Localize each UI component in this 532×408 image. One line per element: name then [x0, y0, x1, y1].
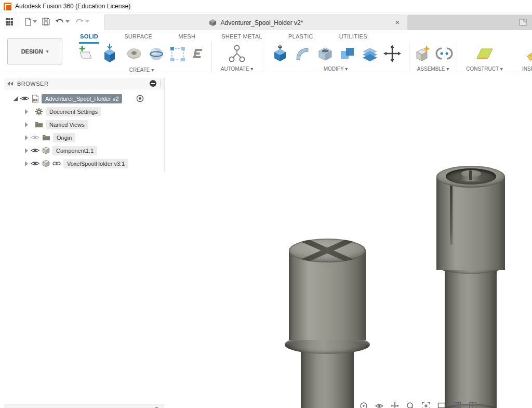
orbit-icon[interactable] — [360, 402, 368, 408]
browser-header: BROWSER — [4, 78, 164, 89]
display-settings-icon[interactable] — [437, 402, 446, 408]
shell-icon[interactable] — [316, 44, 335, 63]
group-modify: MODIFY ▾ — [262, 42, 409, 73]
activate-component-radio[interactable] — [136, 95, 144, 102]
combine-icon[interactable] — [338, 44, 357, 63]
gear-icon — [35, 108, 43, 116]
automate-icon[interactable] — [227, 43, 247, 64]
panel-resize-handle[interactable] — [164, 78, 165, 172]
minimize-panel-icon[interactable] — [150, 80, 156, 87]
fusion360-app-icon — [4, 3, 11, 10]
tree-row-voxelspoolholder[interactable]: VoxelSpoolHolder v3:1 — [4, 157, 164, 170]
expand-toggle-icon[interactable] — [14, 97, 18, 101]
collapse-panel-icon[interactable] — [7, 82, 13, 86]
link-icon — [52, 161, 61, 166]
construct-plane-icon[interactable] — [474, 44, 495, 63]
voxelspoolholder-label[interactable]: VoxelSpoolHolder v3:1 — [63, 159, 128, 168]
create-sketch-icon[interactable] — [76, 45, 95, 63]
expand-toggle-icon[interactable] — [25, 148, 28, 153]
redo-caret-icon — [85, 20, 89, 23]
expand-toggle-icon[interactable] — [25, 109, 28, 114]
automate-dropdown[interactable]: AUTOMATE ▾ — [212, 64, 262, 73]
tree-row-named-views[interactable]: Named Views — [4, 118, 164, 131]
ribbon: SOLID SURFACE MESH SHEET METAL PLASTIC U… — [0, 30, 532, 73]
quick-access-toolbar — [2, 13, 92, 30]
modify-dropdown[interactable]: MODIFY ▾ — [262, 64, 409, 73]
spool-holder-part-left[interactable] — [285, 239, 373, 408]
title-bar: Autodesk Fusion 360 (Education License) — [0, 0, 532, 13]
expand-toggle-icon[interactable] — [25, 161, 28, 166]
move-copy-icon[interactable] — [383, 44, 402, 63]
group-assemble: ASSEMBLE ▾ — [409, 42, 457, 73]
document-settings-label[interactable]: Document Settings — [46, 107, 101, 116]
press-pull-icon[interactable] — [270, 44, 290, 63]
design-workspace-menu[interactable]: DESIGN ▾ — [7, 38, 62, 64]
viewports-icon[interactable] — [469, 402, 477, 408]
tree-row-component1[interactable]: Component1:1 — [4, 144, 164, 157]
visibility-eye-icon[interactable] — [31, 161, 39, 166]
create-dropdown[interactable]: CREATE ▾ — [72, 65, 211, 74]
tree-row-root[interactable]: Adventurer_Spool_Holder v2 — [4, 92, 164, 105]
pan-icon[interactable] — [391, 402, 399, 408]
pattern-icon[interactable] — [169, 46, 186, 62]
emboss-icon[interactable] — [190, 45, 207, 63]
document-cube-icon — [209, 19, 217, 27]
tree-row-document-settings[interactable]: Document Settings — [4, 105, 164, 118]
data-panel-icon[interactable] — [518, 18, 528, 27]
window-title: Autodesk Fusion 360 (Education License) — [15, 3, 130, 10]
app-grid-icon[interactable] — [5, 18, 14, 26]
revolve-icon[interactable] — [125, 45, 143, 63]
spool-holder-part-right[interactable] — [434, 166, 507, 408]
fit-icon[interactable] — [422, 402, 430, 408]
ribbon-groups: CREATE ▾ AUTOMATE ▾ — [72, 42, 532, 73]
grid-settings-icon[interactable] — [453, 402, 461, 408]
expand-toggle-icon[interactable] — [25, 135, 28, 140]
component1-label[interactable]: Component1:1 — [52, 146, 97, 155]
construct-label: CONSTRUCT — [466, 66, 499, 72]
tab-strip-filler — [408, 15, 532, 30]
root-document-label[interactable]: Adventurer_Spool_Holder v2 — [42, 94, 122, 103]
automate-caret-icon: ▾ — [250, 66, 253, 72]
inspect-dropdown[interactable]: INSPECT ▾ — [512, 64, 532, 73]
assemble-dropdown[interactable]: ASSEMBLE ▾ — [409, 64, 457, 73]
new-component-icon[interactable] — [413, 44, 431, 63]
construct-dropdown[interactable]: CONSTRUCT ▾ — [457, 64, 512, 73]
named-views-label[interactable]: Named Views — [46, 120, 88, 129]
zoom-icon[interactable] — [406, 402, 415, 408]
folder-icon — [35, 121, 43, 128]
left-part-upper-cylinder — [289, 251, 366, 340]
browser-tree: Adventurer_Spool_Holder v2 Document Sett… — [4, 89, 164, 170]
header-divider — [161, 80, 161, 87]
design-menu-label: DESIGN — [21, 48, 43, 55]
toolbar-separator — [19, 17, 19, 27]
visibility-eye-icon[interactable] — [20, 96, 29, 101]
component-icon — [42, 147, 50, 154]
file-menu-button[interactable] — [24, 18, 37, 26]
sphere-tool-icon[interactable] — [147, 45, 166, 63]
right-part-lower-cylinder — [445, 266, 497, 408]
measure-icon[interactable] — [525, 44, 532, 63]
right-part-upper-cylinder — [436, 177, 505, 270]
tree-row-origin[interactable]: Origin — [4, 131, 164, 144]
visibility-eye-off-icon[interactable] — [31, 135, 39, 140]
expand-toggle-icon[interactable] — [25, 122, 28, 127]
design-menu-caret-icon: ▾ — [46, 49, 49, 54]
document-tab[interactable]: Adventurer_Spool_Holder v2* × — [104, 15, 408, 30]
redo-button[interactable] — [75, 18, 89, 25]
origin-label[interactable]: Origin — [53, 133, 75, 142]
offset-face-icon[interactable] — [361, 44, 379, 63]
close-tab-icon[interactable]: × — [393, 18, 402, 27]
undo-button[interactable] — [55, 18, 70, 25]
left-part-slot-2 — [289, 239, 366, 262]
document-tab-title: Adventurer_Spool_Holder v2* — [221, 19, 303, 27]
save-button[interactable] — [42, 18, 50, 25]
modify-label: MODIFY — [324, 66, 344, 72]
visibility-eye-icon[interactable] — [31, 148, 39, 153]
modify-caret-icon: ▾ — [345, 66, 348, 72]
look-at-icon[interactable] — [375, 402, 383, 408]
group-construct: CONSTRUCT ▾ — [457, 42, 512, 73]
joint-icon[interactable] — [435, 44, 454, 63]
fillet-icon[interactable] — [294, 44, 312, 63]
comments-panel-header[interactable]: COMMENTS — [4, 404, 164, 408]
extrude-icon[interactable] — [98, 43, 121, 65]
